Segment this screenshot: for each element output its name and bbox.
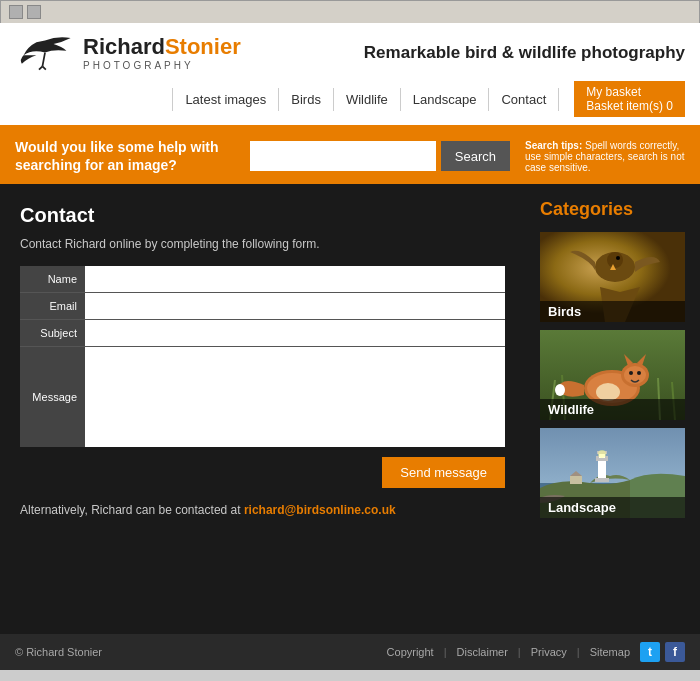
header: RichardStonier PHOTOGRAPHY Remarkable bi… [0, 23, 700, 128]
contact-description: Contact Richard online by completing the… [20, 237, 505, 251]
category-birds-label: Birds [540, 301, 685, 322]
nav-wildlife[interactable]: Wildlife [334, 88, 401, 111]
nav-contact[interactable]: Contact [489, 88, 559, 111]
category-wildlife-label: Wildlife [540, 399, 685, 420]
copyright: © Richard Stonier [15, 646, 102, 658]
footer-links: Copyright | Disclaimer | Privacy | Sitem… [387, 642, 685, 662]
form-actions: Send message [20, 457, 505, 488]
subject-input[interactable] [85, 320, 505, 346]
svg-rect-30 [570, 476, 582, 484]
search-help-text: Would you like some help with searching … [15, 138, 235, 174]
logo-area: RichardStonier PHOTOGRAPHY [15, 33, 241, 73]
window-back-btn[interactable] [9, 5, 23, 19]
basket-items-label: Basket item(s) [586, 99, 663, 113]
nav-birds[interactable]: Birds [279, 88, 334, 111]
nav-landscape[interactable]: Landscape [401, 88, 490, 111]
contact-form: Name Email Subject Message [20, 266, 505, 447]
send-button[interactable]: Send message [382, 457, 505, 488]
svg-point-21 [555, 384, 565, 396]
logo-stonier: Stonier [165, 34, 241, 59]
footer-disclaimer-link[interactable]: Disclaimer [457, 646, 508, 658]
logo-bird-icon [15, 33, 75, 73]
facebook-icon[interactable]: f [665, 642, 685, 662]
main-content: Contact Contact Richard online by comple… [0, 184, 700, 634]
message-textarea[interactable] [85, 347, 505, 447]
svg-point-18 [629, 371, 633, 375]
window-forward-btn[interactable] [27, 5, 41, 19]
search-button[interactable]: Search [441, 141, 510, 171]
email-label: Email [20, 293, 85, 319]
footer-copyright-link[interactable]: Copyright [387, 646, 434, 658]
basket-label: My basket [586, 85, 641, 99]
contact-email-link[interactable]: richard@birdsonline.co.uk [244, 503, 396, 517]
nav-latest-images[interactable]: Latest images [172, 88, 279, 111]
email-input[interactable] [85, 293, 505, 319]
svg-point-6 [607, 252, 623, 268]
nav-links: Latest images Birds Wildlife Landscape C… [172, 88, 559, 111]
basket-count: 0 [666, 99, 673, 113]
header-nav: Latest images Birds Wildlife Landscape C… [0, 73, 700, 125]
svg-point-19 [637, 371, 641, 375]
contact-alt: Alternatively, Richard can be contacted … [20, 503, 505, 517]
subject-row: Subject [20, 320, 505, 347]
message-label: Message [20, 347, 85, 447]
svg-point-29 [598, 450, 606, 458]
search-input[interactable] [250, 141, 436, 171]
search-tips: Search tips: Spell words correctly, use … [525, 140, 685, 173]
category-landscape-label: Landscape [540, 497, 685, 518]
search-tips-label: Search tips: [525, 140, 582, 151]
svg-rect-24 [598, 458, 606, 480]
footer-privacy-link[interactable]: Privacy [531, 646, 567, 658]
category-birds[interactable]: Birds [540, 232, 685, 322]
svg-point-7 [616, 256, 620, 260]
name-input[interactable] [85, 266, 505, 292]
twitter-icon[interactable]: t [640, 642, 660, 662]
contact-section: Contact Contact Richard online by comple… [0, 184, 525, 634]
header-tagline: Remarkable bird & wildlife photography [364, 43, 685, 63]
category-wildlife[interactable]: Wildlife [540, 330, 685, 420]
category-landscape[interactable]: Landscape [540, 428, 685, 518]
search-input-area: Search [250, 141, 510, 171]
contact-alt-text: Alternatively, Richard can be contacted … [20, 503, 241, 517]
svg-rect-28 [595, 478, 609, 482]
categories-section: Categories [525, 184, 700, 634]
logo-photography: PHOTOGRAPHY [83, 60, 241, 71]
message-row: Message [20, 347, 505, 447]
footer-sitemap-link[interactable]: Sitemap [590, 646, 630, 658]
name-label: Name [20, 266, 85, 292]
categories-title: Categories [540, 199, 685, 220]
svg-line-2 [42, 66, 45, 69]
search-bar: Would you like some help with searching … [0, 128, 700, 184]
contact-title: Contact [20, 204, 505, 227]
name-row: Name [20, 266, 505, 293]
basket-button[interactable]: My basket Basket item(s) 0 [574, 81, 685, 117]
window-chrome [0, 0, 700, 23]
svg-line-0 [42, 53, 45, 67]
footer: © Richard Stonier Copyright | Disclaimer… [0, 634, 700, 670]
email-row: Email [20, 293, 505, 320]
logo-richard: Richard [83, 34, 165, 59]
subject-label: Subject [20, 320, 85, 346]
social-icons: t f [640, 642, 685, 662]
logo-text: RichardStonier PHOTOGRAPHY [83, 35, 241, 70]
